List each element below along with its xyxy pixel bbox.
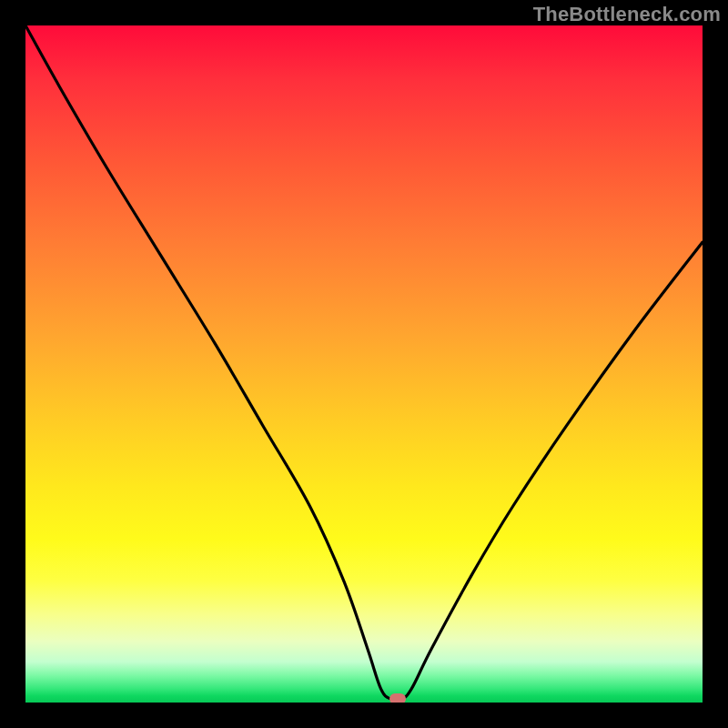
optimal-point-marker (389, 693, 406, 703)
bottleneck-curve (25, 25, 703, 703)
watermark-text: TheBottleneck.com (533, 3, 721, 26)
plot-area (25, 25, 703, 703)
chart-frame: TheBottleneck.com (0, 0, 728, 728)
